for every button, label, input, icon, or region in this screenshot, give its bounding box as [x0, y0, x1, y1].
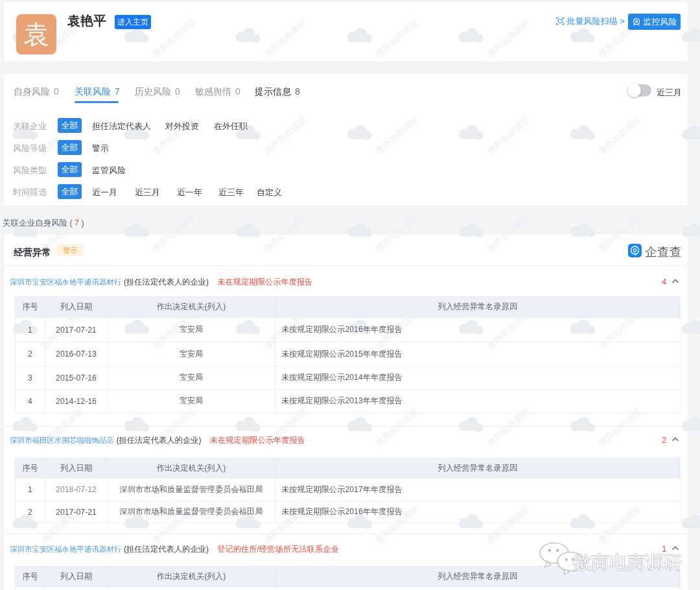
svg-text:微商电商调研: 微商电商调研 — [573, 552, 682, 572]
